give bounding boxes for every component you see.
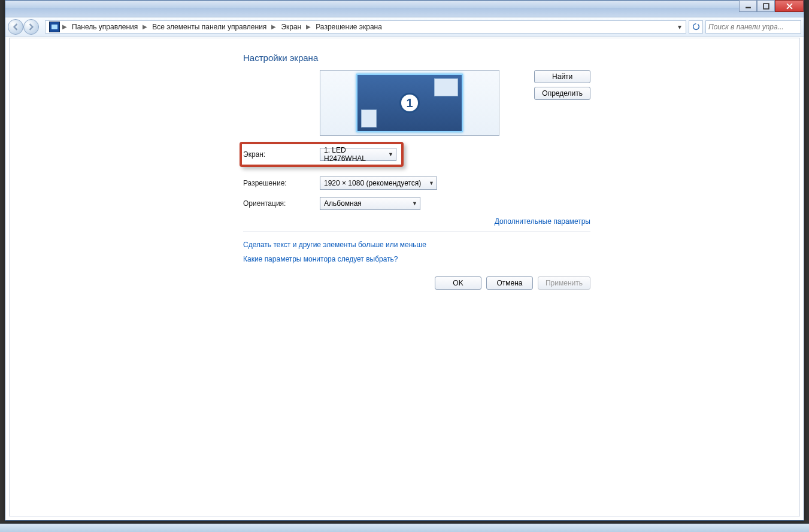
find-button[interactable]: Найти — [534, 70, 590, 83]
screen-select-value: 1. LED H2476WHAL — [324, 146, 383, 163]
search-input[interactable] — [705, 20, 801, 34]
minimize-button[interactable] — [739, 0, 757, 12]
window-thumb-icon — [434, 78, 458, 96]
content-area: Настройки экрана 1 Найти Определить — [9, 38, 800, 516]
screen-select[interactable]: 1. LED H2476WHAL ▼ — [320, 148, 396, 161]
monitor-number: 1 — [399, 93, 420, 113]
maximize-button[interactable] — [757, 0, 775, 12]
breadcrumb-item[interactable]: Панель управления — [68, 21, 141, 33]
highlight-annotation: Экран: 1. LED H2476WHAL ▼ — [240, 142, 404, 167]
chevron-down-icon: ▼ — [412, 200, 417, 206]
orientation-select[interactable]: Альбомная ▼ — [320, 197, 420, 210]
cancel-button[interactable]: Отмена — [486, 276, 533, 290]
breadcrumb-item[interactable]: Разрешение экрана — [312, 21, 386, 33]
resolution-label: Разрешение: — [243, 179, 320, 187]
identify-button[interactable]: Определить — [534, 87, 590, 100]
window-thumb-icon — [361, 110, 377, 127]
nav-forward-button[interactable] — [23, 19, 39, 35]
monitor-help-link[interactable]: Какие параметры монитора следует выбрать… — [243, 255, 590, 263]
taskbar[interactable] — [0, 524, 809, 532]
nav-back-button[interactable] — [8, 19, 23, 35]
breadcrumb-item[interactable]: Экран — [277, 21, 305, 33]
breadcrumb-dropdown[interactable]: ▾ — [675, 23, 684, 31]
breadcrumb[interactable]: ▶ Панель управления ▶ Все элементы панел… — [45, 20, 686, 34]
chevron-down-icon: ▼ — [429, 180, 434, 186]
breadcrumb-item[interactable]: Все элементы панели управления — [149, 21, 270, 33]
display-preview[interactable]: 1 — [320, 70, 499, 136]
ok-button[interactable]: OK — [435, 276, 481, 290]
control-panel-window: ▶ Панель управления ▶ Все элементы панел… — [5, 0, 804, 521]
search-field[interactable] — [708, 23, 799, 31]
svg-rect-1 — [763, 4, 769, 9]
apply-button[interactable]: Применить — [538, 276, 590, 290]
text-size-link[interactable]: Сделать текст и другие элементы больше и… — [243, 241, 590, 249]
chevron-right-icon: ▶ — [143, 23, 147, 30]
resolution-select[interactable]: 1920 × 1080 (рекомендуется) ▼ — [320, 177, 437, 190]
titlebar — [5, 1, 804, 17]
orientation-label: Ориентация: — [243, 199, 320, 208]
chevron-right-icon: ▶ — [62, 23, 67, 30]
orientation-select-value: Альбомная — [324, 199, 362, 208]
page-title: Настройки экрана — [243, 53, 590, 63]
chevron-down-icon: ▼ — [388, 151, 393, 157]
control-panel-icon — [49, 22, 60, 32]
resolution-select-value: 1920 × 1080 (рекомендуется) — [324, 179, 421, 187]
screen-label: Экран: — [243, 150, 320, 159]
chevron-right-icon: ▶ — [271, 23, 276, 30]
divider — [243, 232, 590, 232]
chevron-right-icon: ▶ — [306, 23, 311, 30]
close-button[interactable] — [775, 0, 804, 12]
refresh-button[interactable] — [689, 20, 703, 34]
advanced-settings-link[interactable]: Дополнительные параметры — [495, 217, 590, 226]
toolbar: ▶ Панель управления ▶ Все элементы панел… — [5, 17, 804, 37]
monitor-thumbnail[interactable]: 1 — [356, 74, 463, 132]
